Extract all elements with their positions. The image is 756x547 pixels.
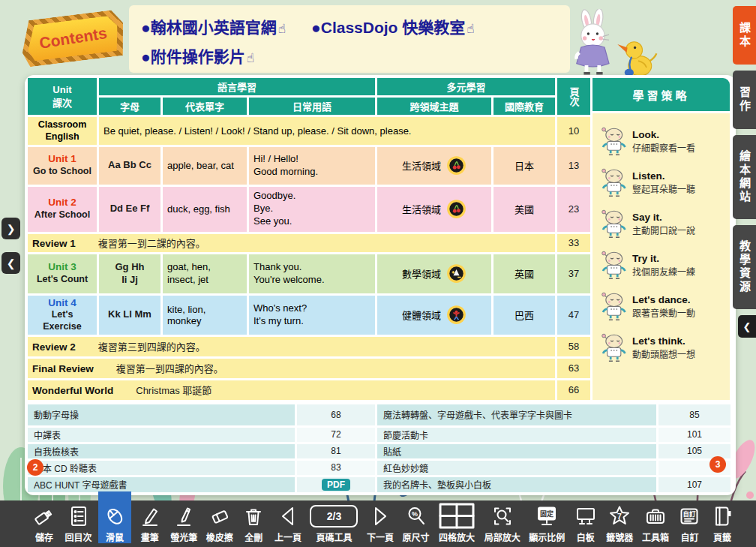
whiteboard-icon xyxy=(574,504,598,528)
panel-next-arrow-button[interactable]: ❯ xyxy=(2,218,20,239)
col-header-page: 頁次 xyxy=(557,78,590,115)
toc-row-unit2: Unit 2After School Dd Ee Ff duck, egg, f… xyxy=(28,187,590,232)
link-classdojo[interactable]: ●ClassDojo 快樂教室☝ xyxy=(311,15,475,38)
toolbar-highlighter-button[interactable]: 螢光筆 xyxy=(168,504,200,543)
appendix-table: 動動字母操 68 魔法轉轉盤、字母遊戲卡、代表單字字卡與圖卡 85 中譯表 72… xyxy=(26,402,733,494)
svg-text:%: % xyxy=(412,510,418,518)
toc-row-unit4: Unit 4Let's Exercise Kk Ll Mm kite, lion… xyxy=(28,296,590,335)
bookmark-page-icon xyxy=(710,504,734,528)
strategy-item-say-it: Say it.主動開口說一說 xyxy=(597,207,727,240)
toolbar-display-ratio-button[interactable]: 固定 顯示比例 xyxy=(526,504,567,543)
mouse-icon xyxy=(103,504,127,528)
toolbar-save-button[interactable]: 儲存 xyxy=(30,504,58,543)
appendix-row: 課本 CD 聆聽表 83 紅色妙妙鏡 xyxy=(28,461,730,475)
toolbar-page-tool-button[interactable]: 2/3 頁碼工具 xyxy=(308,504,360,543)
toolbar-page-tab-button[interactable]: 頁籤 xyxy=(708,504,736,543)
tab-textbook[interactable]: 課本 xyxy=(733,6,756,65)
page-number-badge-left: 2 xyxy=(27,459,44,476)
eraser-icon xyxy=(208,504,232,528)
robot-mascot-icon xyxy=(597,248,627,281)
toolbar-mouse-button[interactable]: 滑鼠 xyxy=(98,504,131,543)
robot-mascot-icon xyxy=(597,166,627,199)
link-hanlin-english-site[interactable]: ●翰林國小英語官網☝ xyxy=(141,15,286,38)
trash-icon xyxy=(242,504,266,528)
appendix-row: ABC HUNT 字母遊戲書 PDF 我的名牌卡、墊板與小白板 107 xyxy=(28,477,730,492)
exercise-badge-icon xyxy=(446,305,466,325)
toolbar-number-picker-button[interactable]: 7 籤號器 xyxy=(604,504,635,543)
tab-workbook[interactable]: 習作 xyxy=(733,71,756,129)
hand-cursor-icon: ☝ xyxy=(466,22,474,36)
toolbar-prev-page-button[interactable]: 上一頁 xyxy=(272,504,304,543)
prev-triangle-icon xyxy=(276,504,300,528)
strategy-panel-title: 學習策略 xyxy=(592,78,730,111)
star-number-icon: 7 xyxy=(607,504,632,528)
tab-picturebook-site[interactable]: 繪本網站 xyxy=(733,135,756,219)
strategy-item-try-it: Try it.找個朋友練一練 xyxy=(597,248,727,281)
hand-cursor-icon: ☝ xyxy=(247,51,254,65)
list-icon xyxy=(67,504,91,528)
strategy-item-lets-dance: Let's dance.跟著音樂動一動 xyxy=(597,290,727,323)
appendix-row: 自我檢核表 81 貼紙 105 xyxy=(28,444,730,458)
monitor-fixed-icon: 固定 xyxy=(535,504,559,528)
toolbar-delete-all-button[interactable]: 全刪 xyxy=(239,504,268,543)
col-header-international: 國際教育 xyxy=(494,98,555,115)
next-triangle-icon xyxy=(368,504,392,528)
toolbar-original-size-button[interactable]: % 原尺寸 xyxy=(400,504,432,543)
toolbar-four-grid-zoom-button[interactable]: 四格放大 xyxy=(436,504,478,543)
col-header-language-learning: 語言學習 xyxy=(99,78,375,95)
tab-teaching-resources[interactable]: 教學資源 xyxy=(733,225,756,309)
curiosity-badge-icon xyxy=(446,199,466,219)
toolbar-custom-button[interactable]: 自訂 自訂 xyxy=(675,504,704,543)
rabbit-mascot xyxy=(568,9,622,77)
pdf-button[interactable]: PDF xyxy=(322,479,350,491)
region-zoom-icon xyxy=(490,504,514,528)
toc-table: Unit課次 語言學習 多元學習 頁次 字母 代表單字 日常用語 跨領域主題 國… xyxy=(26,76,592,402)
zoom-percent-icon: % xyxy=(404,504,428,528)
col-header-letters: 字母 xyxy=(99,98,160,115)
col-header-cross-domain: 跨領域主題 xyxy=(377,98,491,115)
toc-row-unit1: Unit 1Go to School Aa Bb Cc apple, bear,… xyxy=(28,147,590,185)
sidebar-collapse-button[interactable]: ❮ xyxy=(738,315,756,338)
robot-mascot-icon xyxy=(597,331,627,364)
toc-row-review1: Review 1複習第一到二課的內容。 33 xyxy=(28,234,590,252)
col-header-phrases: 日常用語 xyxy=(249,98,375,115)
svg-text:7: 7 xyxy=(617,512,622,521)
page-indicator: 2/3 xyxy=(310,504,358,528)
math-badge-icon xyxy=(446,263,466,284)
pencil-icon xyxy=(138,504,162,528)
usb-save-icon xyxy=(32,504,56,528)
strategy-item-look: Look.仔細觀察看一看 xyxy=(597,125,727,158)
toolbar-toc-button[interactable]: 回目次 xyxy=(63,504,94,543)
toolbar-toolbox-button[interactable]: 工具箱 xyxy=(640,504,671,543)
highlighter-icon xyxy=(172,504,196,528)
appendix-row: 中譯表 72 節慶活動卡 101 xyxy=(28,428,730,442)
learning-strategy-panel: 學習策略 Look.仔細觀察看一看 Listen.豎起耳朵聽一聽 Say it.… xyxy=(592,76,732,402)
resource-tab-bar: 課本 習作 繪本網站 教學資源 ❮ xyxy=(733,6,756,338)
toolbar-eraser-button[interactable]: 橡皮擦 xyxy=(204,504,236,543)
page-header: Contents ●翰林國小英語官網☝ ●ClassDojo 快樂教室☝ ●附件… xyxy=(0,0,756,75)
toc-row-wonderful-world: Wonderful WorldChristmas 耶誕節 66 xyxy=(28,380,590,400)
toolbar-next-page-button[interactable]: 下一頁 xyxy=(364,504,396,543)
svg-text:自訂: 自訂 xyxy=(683,510,697,518)
contents-page-panel: Unit課次 語言學習 多元學習 頁次 字母 代表單字 日常用語 跨領域主題 國… xyxy=(25,75,736,495)
toolbar-whiteboard-button[interactable]: 白板 xyxy=(572,504,600,543)
bottom-toolbar: 儲存 回目次 滑鼠 畫筆 螢光筆 橡皮擦 全刪 上一頁 2/3 頁碼工具 下一頁… xyxy=(0,500,756,547)
col-header-multi-learning: 多元學習 xyxy=(377,78,555,95)
toc-row-classroom-english: Classroom English Be quiet, please. / Li… xyxy=(28,117,590,145)
page-number-badge-right: 3 xyxy=(710,456,726,473)
toolbar-partial-zoom-button[interactable]: 局部放大 xyxy=(482,504,523,543)
toc-row-review2: Review 2複習第三到四課的內容。 58 xyxy=(28,337,590,356)
link-attachment-videos[interactable]: ●附件操作影片☝ xyxy=(141,44,254,67)
toolbar-pen-button[interactable]: 畫筆 xyxy=(136,504,164,543)
col-header-words: 代表單字 xyxy=(163,98,247,115)
toolbox-icon xyxy=(644,504,668,528)
toc-row-final-review: Final Review複習第一到四課的內容。 63 xyxy=(28,359,590,378)
four-grid-icon xyxy=(438,504,476,528)
robot-mascot-icon xyxy=(597,125,627,158)
strategy-item-lets-think: Let's think.動動頭腦想一想 xyxy=(597,331,727,364)
custom-settings-icon: 自訂 xyxy=(677,504,701,528)
contents-badge-label: Contents xyxy=(38,24,108,53)
robot-mascot-icon xyxy=(597,207,627,240)
panel-prev-arrow-button[interactable]: ❮ xyxy=(2,252,20,274)
hand-cursor-icon: ☝ xyxy=(278,22,286,36)
